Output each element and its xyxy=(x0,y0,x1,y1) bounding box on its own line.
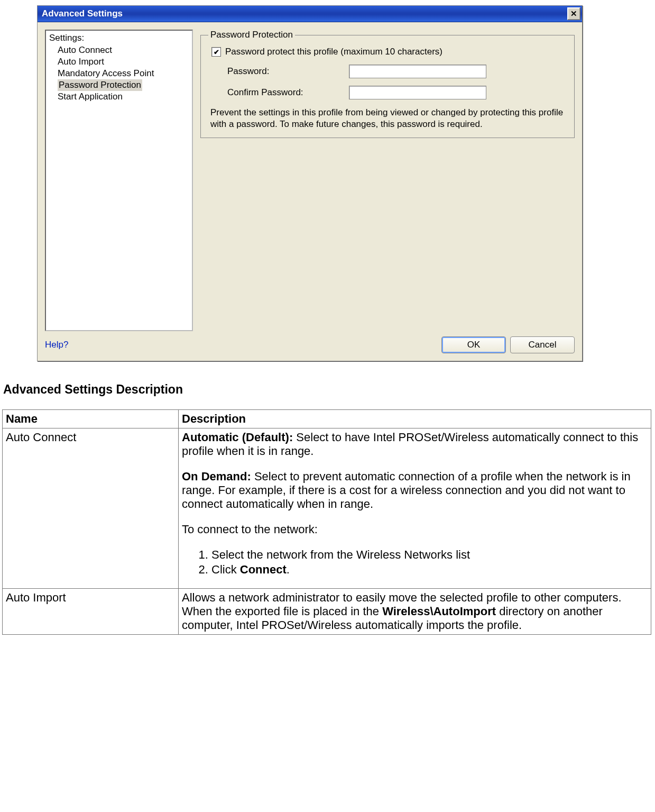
th-name: Name xyxy=(3,410,179,428)
confirm-password-row: Confirm Password: xyxy=(227,86,567,99)
settings-list-panel: Settings: Auto Connect Auto Import Manda… xyxy=(45,30,193,331)
settings-header: Settings: xyxy=(49,33,189,43)
password-protection-fieldset: Password Protection ✔ Password protect t… xyxy=(200,30,575,138)
fieldset-legend: Password Protection xyxy=(208,30,295,40)
titlebar-text: Advanced Settings xyxy=(42,8,567,19)
table-row: Auto Import Allows a network administrat… xyxy=(3,589,651,635)
close-button[interactable]: ✕ xyxy=(567,7,580,20)
settings-list: Auto Connect Auto Import Mandatory Acces… xyxy=(49,44,189,103)
settings-item-mandatory-ap[interactable]: Mandatory Access Point xyxy=(58,68,189,79)
table-row: Auto Connect Automatic (Default): Select… xyxy=(3,428,651,589)
fieldset-description: Prevent the settings in this profile fro… xyxy=(210,107,565,130)
help-link[interactable]: Help? xyxy=(45,340,68,350)
confirm-password-input[interactable] xyxy=(349,86,486,99)
steps-list: Select the network from the Wireless Net… xyxy=(182,548,648,577)
checkbox-row: ✔ Password protect this profile (maximum… xyxy=(211,47,567,57)
password-input[interactable] xyxy=(349,65,486,78)
titlebar: Advanced Settings ✕ xyxy=(38,6,582,22)
table-header-row: Name Description xyxy=(3,410,651,428)
password-protect-checkbox[interactable]: ✔ xyxy=(211,47,221,57)
section-heading: Advanced Settings Description xyxy=(3,382,655,397)
settings-item-start-application[interactable]: Start Application xyxy=(58,91,189,103)
list-item: Select the network from the Wireless Net… xyxy=(211,548,648,562)
checkbox-label: Password protect this profile (maximum 1… xyxy=(225,47,442,57)
row-description: Automatic (Default): Select to have Inte… xyxy=(179,428,651,589)
password-label: Password: xyxy=(227,66,349,77)
password-row: Password: xyxy=(227,65,567,78)
right-panel: Password Protection ✔ Password protect t… xyxy=(200,30,575,331)
th-description: Description xyxy=(179,410,651,428)
description-table: Name Description Auto Connect Automatic … xyxy=(2,409,651,635)
confirm-password-label: Confirm Password: xyxy=(227,87,349,98)
dialog-footer: Help? OK Cancel xyxy=(38,331,582,361)
row-description: Allows a network administrator to easily… xyxy=(179,589,651,635)
settings-item-auto-connect[interactable]: Auto Connect xyxy=(58,44,189,56)
row-name: Auto Connect xyxy=(3,428,179,589)
advanced-settings-dialog: Advanced Settings ✕ Settings: Auto Conne… xyxy=(37,5,583,361)
dialog-screenshot: Advanced Settings ✕ Settings: Auto Conne… xyxy=(0,0,655,361)
list-item: Click Connect. xyxy=(211,563,648,577)
dialog-body: Settings: Auto Connect Auto Import Manda… xyxy=(38,22,582,331)
close-icon: ✕ xyxy=(570,9,577,19)
row-name: Auto Import xyxy=(3,589,179,635)
settings-item-password-protection[interactable]: Password Protection xyxy=(58,79,142,91)
settings-item-auto-import[interactable]: Auto Import xyxy=(58,56,189,68)
ok-button[interactable]: OK xyxy=(441,336,506,353)
cancel-button[interactable]: Cancel xyxy=(510,336,575,353)
